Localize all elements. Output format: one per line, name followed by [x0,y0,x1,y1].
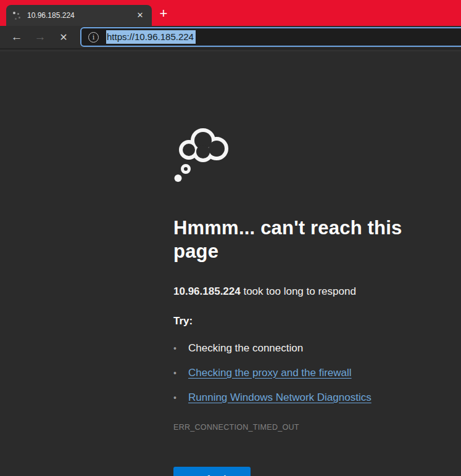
tab-title: 10.96.185.224 [27,11,133,20]
site-info-icon[interactable]: i [88,32,99,43]
list-item: Checking the proxy and the firewall [173,367,448,379]
suggestion-check-connection: Checking the connection [188,342,303,355]
tab-close-icon[interactable]: ✕ [133,9,147,22]
back-button[interactable]: ← [5,28,28,46]
error-title: Hmmm... can't reach this page [173,216,448,263]
list-item: Checking the connection [173,342,448,355]
try-label: Try: [173,315,448,327]
error-content: Hmmm... can't reach this page 10.96.185.… [173,121,448,476]
suggestion-list: Checking the connection Checking the pro… [173,342,448,404]
forward-button: → [28,28,52,46]
suggestion-proxy-firewall-link[interactable]: Checking the proxy and the firewall [188,367,352,379]
stop-button[interactable]: ✕ [52,28,75,46]
tab-loading-favicon-icon [12,11,22,20]
navigation-bar: ← → ✕ i https://10.96.185.224 [0,26,461,49]
tab-strip: 10.96.185.224 ✕ + [0,0,461,26]
suggestion-network-diagnostics-link[interactable]: Running Windows Network Diagnostics [188,392,372,404]
page-content: Hmmm... can't reach this page 10.96.185.… [0,51,461,476]
error-code: ERR_CONNECTION_TIMED_OUT [173,423,448,432]
thought-cloud-icon [173,121,235,183]
error-message-rest: took too long to respond [241,285,356,297]
refresh-button[interactable]: Refresh [173,467,251,476]
list-item: Running Windows Network Diagnostics [173,392,448,404]
error-message: 10.96.185.224 took too long to respond [173,285,448,298]
address-bar[interactable]: i https://10.96.185.224 [80,27,461,47]
url-selected-text: https://10.96.185.224 [106,30,196,44]
error-host: 10.96.185.224 [173,285,241,297]
browser-tab[interactable]: 10.96.185.224 ✕ [6,5,152,26]
new-tab-button[interactable]: + [154,5,173,23]
